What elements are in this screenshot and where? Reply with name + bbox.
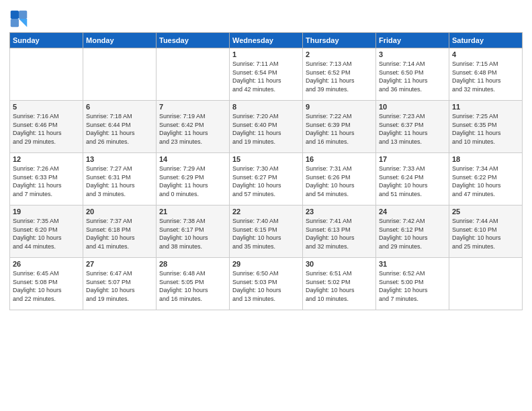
weekday-header-wednesday: Wednesday	[230, 33, 303, 48]
calendar-cell: 8Sunrise: 7:20 AM Sunset: 6:40 PM Daylig…	[230, 101, 303, 153]
day-number: 17	[379, 155, 446, 163]
day-number: 14	[159, 155, 226, 163]
day-info: Sunrise: 7:27 AM Sunset: 6:31 PM Dayligh…	[86, 165, 153, 198]
day-number: 9	[306, 103, 373, 111]
day-info: Sunrise: 7:30 AM Sunset: 6:27 PM Dayligh…	[232, 165, 300, 198]
calendar-cell: 29Sunrise: 6:50 AM Sunset: 5:03 PM Dayli…	[230, 258, 303, 310]
calendar-cell: 21Sunrise: 7:38 AM Sunset: 6:17 PM Dayli…	[157, 205, 230, 258]
day-info: Sunrise: 6:52 AM Sunset: 5:00 PM Dayligh…	[379, 269, 446, 303]
day-number: 7	[159, 103, 226, 111]
day-info: Sunrise: 7:18 AM Sunset: 6:44 PM Dayligh…	[86, 112, 153, 146]
calendar-cell: 7Sunrise: 7:19 AM Sunset: 6:42 PM Daylig…	[157, 101, 230, 153]
calendar-cell: 13Sunrise: 7:27 AM Sunset: 6:31 PM Dayli…	[83, 153, 157, 205]
svg-rect-0	[11, 11, 19, 19]
weekday-header-sunday: Sunday	[10, 33, 83, 48]
weekday-header-monday: Monday	[83, 33, 157, 48]
day-info: Sunrise: 6:45 AM Sunset: 5:08 PM Dayligh…	[13, 269, 80, 303]
svg-rect-2	[11, 19, 19, 27]
day-info: Sunrise: 7:15 AM Sunset: 6:48 PM Dayligh…	[452, 60, 519, 93]
calendar-cell: 20Sunrise: 7:37 AM Sunset: 6:18 PM Dayli…	[83, 205, 157, 258]
day-number: 8	[232, 103, 300, 111]
weekday-header-thursday: Thursday	[303, 33, 376, 48]
day-info: Sunrise: 7:22 AM Sunset: 6:39 PM Dayligh…	[306, 112, 373, 146]
calendar-cell: 16Sunrise: 7:31 AM Sunset: 6:26 PM Dayli…	[303, 153, 376, 205]
logo-icon	[9, 9, 28, 28]
day-info: Sunrise: 7:26 AM Sunset: 6:33 PM Dayligh…	[13, 165, 80, 198]
day-info: Sunrise: 7:40 AM Sunset: 6:15 PM Dayligh…	[232, 217, 300, 250]
calendar-cell: 24Sunrise: 7:42 AM Sunset: 6:12 PM Dayli…	[376, 205, 449, 258]
calendar-cell: 28Sunrise: 6:48 AM Sunset: 5:05 PM Dayli…	[157, 258, 230, 310]
calendar-cell	[449, 258, 523, 310]
svg-rect-1	[19, 11, 27, 19]
day-info: Sunrise: 7:23 AM Sunset: 6:37 PM Dayligh…	[379, 112, 446, 146]
calendar-cell: 31Sunrise: 6:52 AM Sunset: 5:00 PM Dayli…	[376, 258, 449, 310]
day-number: 30	[306, 260, 373, 268]
day-number: 19	[13, 208, 80, 216]
day-info: Sunrise: 7:41 AM Sunset: 6:13 PM Dayligh…	[306, 217, 373, 250]
day-number: 11	[452, 103, 519, 111]
calendar-cell: 3Sunrise: 7:14 AM Sunset: 6:50 PM Daylig…	[376, 48, 449, 101]
day-number: 21	[159, 208, 226, 216]
calendar-week-5: 26Sunrise: 6:45 AM Sunset: 5:08 PM Dayli…	[10, 258, 523, 310]
day-number: 13	[86, 155, 153, 163]
day-number: 10	[379, 103, 446, 111]
calendar-cell: 26Sunrise: 6:45 AM Sunset: 5:08 PM Dayli…	[10, 258, 83, 310]
day-number: 12	[13, 155, 80, 163]
calendar-cell: 17Sunrise: 7:33 AM Sunset: 6:24 PM Dayli…	[376, 153, 449, 205]
calendar-week-4: 19Sunrise: 7:35 AM Sunset: 6:20 PM Dayli…	[10, 205, 523, 258]
day-number: 26	[13, 260, 80, 268]
calendar-cell: 4Sunrise: 7:15 AM Sunset: 6:48 PM Daylig…	[449, 48, 523, 101]
weekday-header-tuesday: Tuesday	[157, 33, 230, 48]
day-info: Sunrise: 7:25 AM Sunset: 6:35 PM Dayligh…	[452, 112, 519, 146]
weekday-header-row: SundayMondayTuesdayWednesdayThursdayFrid…	[10, 33, 523, 48]
day-info: Sunrise: 7:19 AM Sunset: 6:42 PM Dayligh…	[159, 112, 226, 146]
day-info: Sunrise: 6:50 AM Sunset: 5:03 PM Dayligh…	[232, 269, 300, 303]
main-container: SundayMondayTuesdayWednesdayThursdayFrid…	[0, 0, 532, 316]
calendar-cell: 2Sunrise: 7:13 AM Sunset: 6:52 PM Daylig…	[303, 48, 376, 101]
day-info: Sunrise: 7:29 AM Sunset: 6:29 PM Dayligh…	[159, 165, 226, 198]
day-info: Sunrise: 7:31 AM Sunset: 6:26 PM Dayligh…	[306, 165, 373, 198]
day-number: 25	[452, 208, 519, 216]
day-number: 16	[306, 155, 373, 163]
calendar-cell: 19Sunrise: 7:35 AM Sunset: 6:20 PM Dayli…	[10, 205, 83, 258]
day-number: 24	[379, 208, 446, 216]
day-number: 2	[306, 50, 373, 58]
day-number: 18	[452, 155, 519, 163]
day-number: 3	[379, 50, 446, 58]
day-info: Sunrise: 7:35 AM Sunset: 6:20 PM Dayligh…	[13, 217, 80, 250]
calendar-cell	[157, 48, 230, 101]
day-info: Sunrise: 6:51 AM Sunset: 5:02 PM Dayligh…	[306, 269, 373, 303]
day-info: Sunrise: 7:13 AM Sunset: 6:52 PM Dayligh…	[306, 60, 373, 93]
calendar-cell: 25Sunrise: 7:44 AM Sunset: 6:10 PM Dayli…	[449, 205, 523, 258]
calendar-cell	[83, 48, 157, 101]
calendar-week-1: 1Sunrise: 7:11 AM Sunset: 6:54 PM Daylig…	[10, 48, 523, 101]
calendar-cell: 11Sunrise: 7:25 AM Sunset: 6:35 PM Dayli…	[449, 101, 523, 153]
day-info: Sunrise: 7:11 AM Sunset: 6:54 PM Dayligh…	[232, 60, 300, 93]
day-info: Sunrise: 7:34 AM Sunset: 6:22 PM Dayligh…	[452, 165, 519, 198]
calendar-cell: 27Sunrise: 6:47 AM Sunset: 5:07 PM Dayli…	[83, 258, 157, 310]
calendar-cell: 6Sunrise: 7:18 AM Sunset: 6:44 PM Daylig…	[83, 101, 157, 153]
day-info: Sunrise: 6:47 AM Sunset: 5:07 PM Dayligh…	[86, 269, 153, 303]
day-info: Sunrise: 7:44 AM Sunset: 6:10 PM Dayligh…	[452, 217, 519, 250]
weekday-header-saturday: Saturday	[449, 33, 523, 48]
calendar-cell: 22Sunrise: 7:40 AM Sunset: 6:15 PM Dayli…	[230, 205, 303, 258]
day-number: 1	[232, 50, 300, 58]
day-number: 20	[86, 208, 153, 216]
day-number: 29	[232, 260, 300, 268]
day-number: 4	[452, 50, 519, 58]
calendar-cell: 14Sunrise: 7:29 AM Sunset: 6:29 PM Dayli…	[157, 153, 230, 205]
logo	[9, 9, 31, 28]
calendar-week-3: 12Sunrise: 7:26 AM Sunset: 6:33 PM Dayli…	[10, 153, 523, 205]
calendar-cell: 12Sunrise: 7:26 AM Sunset: 6:33 PM Dayli…	[10, 153, 83, 205]
day-number: 28	[159, 260, 226, 268]
day-info: Sunrise: 7:38 AM Sunset: 6:17 PM Dayligh…	[159, 217, 226, 250]
calendar-cell: 18Sunrise: 7:34 AM Sunset: 6:22 PM Dayli…	[449, 153, 523, 205]
day-info: Sunrise: 7:20 AM Sunset: 6:40 PM Dayligh…	[232, 112, 300, 146]
calendar-cell: 15Sunrise: 7:30 AM Sunset: 6:27 PM Dayli…	[230, 153, 303, 205]
day-number: 6	[86, 103, 153, 111]
day-info: Sunrise: 7:14 AM Sunset: 6:50 PM Dayligh…	[379, 60, 446, 93]
day-number: 31	[379, 260, 446, 268]
calendar-cell: 23Sunrise: 7:41 AM Sunset: 6:13 PM Dayli…	[303, 205, 376, 258]
day-info: Sunrise: 7:42 AM Sunset: 6:12 PM Dayligh…	[379, 217, 446, 250]
calendar-cell: 30Sunrise: 6:51 AM Sunset: 5:02 PM Dayli…	[303, 258, 376, 310]
